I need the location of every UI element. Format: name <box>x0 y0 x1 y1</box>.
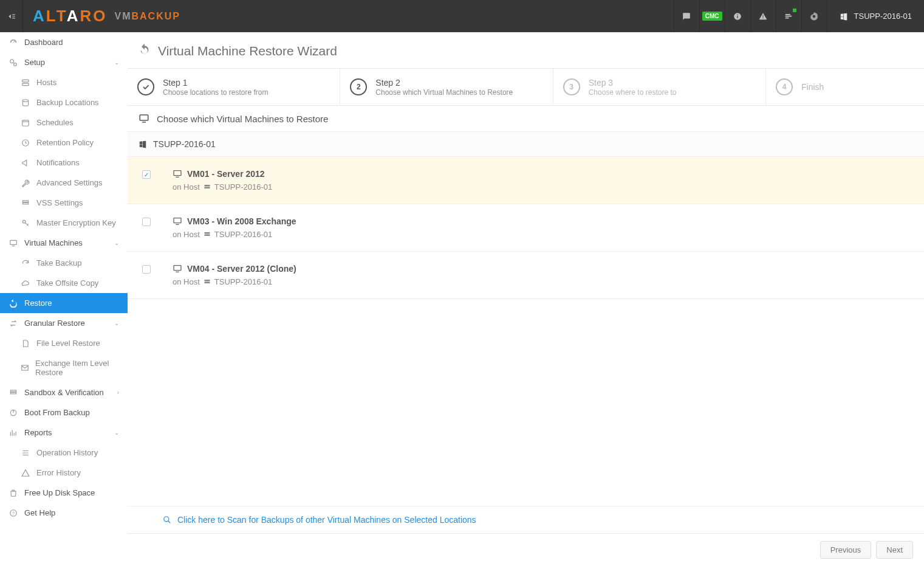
wizard-footer: Previous Next <box>128 533 924 566</box>
svg-rect-29 <box>204 281 210 283</box>
power-icon <box>9 409 18 417</box>
server-icon <box>204 278 211 286</box>
scan-backups-link[interactable]: Click here to Scan for Backups of other … <box>128 506 924 533</box>
svg-rect-21 <box>174 171 181 176</box>
sidebar-item-get-help[interactable]: ? Get Help <box>0 503 128 523</box>
sidebar-item-vss[interactable]: VSS Settings <box>0 193 128 213</box>
mail-icon <box>21 364 29 372</box>
sidebar-item-reports[interactable]: Reports ⌄ <box>0 423 128 443</box>
sidebar-item-notifications[interactable]: Notifications <box>0 153 128 173</box>
warning-icon <box>21 469 30 477</box>
chevron-down-icon: ⌄ <box>114 429 119 436</box>
vm-checkbox[interactable] <box>142 218 151 226</box>
vm-host-text: TSUPP-2016-01 <box>214 277 272 286</box>
sidebar-item-hosts[interactable]: Hosts <box>0 72 128 92</box>
sidebar-item-label: Operation History <box>36 448 98 457</box>
sidebar-item-restore[interactable]: Restore <box>0 293 128 313</box>
brand-backup-text: BACKUP <box>131 11 180 22</box>
sidebar-item-label: Boot From Backup <box>24 408 90 417</box>
sidebar-item-encryption[interactable]: Master Encryption Key <box>0 213 128 233</box>
server-name: TSUPP-2016-01 <box>854 12 912 21</box>
sidebar-item-label: Master Encryption Key <box>36 218 116 227</box>
svg-rect-6 <box>22 83 29 86</box>
header-chat-button[interactable] <box>674 0 699 32</box>
header-cmc-button[interactable]: CMC <box>699 0 725 32</box>
step-title: Step 1 <box>163 77 268 88</box>
sidebar-item-boot-from-backup[interactable]: Boot From Backup <box>0 402 128 423</box>
svg-point-30 <box>164 517 169 522</box>
sidebar-item-retention[interactable]: Retention Policy <box>0 133 128 153</box>
stack-icon <box>21 199 30 207</box>
sidebar-item-label: VSS Settings <box>36 198 83 207</box>
sidebar-toggle[interactable] <box>0 0 23 32</box>
sidebar-item-dashboard[interactable]: Dashboard <box>0 32 128 52</box>
header-settings-button[interactable] <box>801 0 827 32</box>
sidebar: Dashboard Setup ⌄ Hosts Backup Locations… <box>0 32 128 566</box>
next-button[interactable]: Next <box>876 541 913 559</box>
svg-rect-8 <box>22 120 29 125</box>
sidebar-item-take-backup[interactable]: Take Backup <box>0 253 128 273</box>
wrench-icon <box>21 179 30 187</box>
sidebar-item-label: Granular Restore <box>24 319 85 328</box>
svg-rect-25 <box>204 232 210 234</box>
undo-icon <box>9 299 18 308</box>
menu-icon <box>7 12 16 21</box>
sidebar-item-sandbox[interactable]: Sandbox & Verification › <box>0 382 128 402</box>
vm-row[interactable]: VM04 - Server 2012 (Clone) on Host TSUPP… <box>128 252 924 299</box>
sidebar-item-label: Dashboard <box>24 38 63 47</box>
sidebar-item-advanced[interactable]: Advanced Settings <box>0 173 128 193</box>
previous-button[interactable]: Previous <box>820 541 872 559</box>
sidebar-item-error-history[interactable]: Error History <box>0 463 128 483</box>
sidebar-item-exchange-restore[interactable]: Exchange Item Level Restore <box>0 353 128 382</box>
header-alert-button[interactable] <box>750 0 776 32</box>
file-icon <box>21 339 30 348</box>
header-info-button[interactable] <box>725 0 750 32</box>
brand-logo-text: ALTARO <box>33 7 107 26</box>
page-title: Virtual Machine Restore Wizard <box>128 32 924 68</box>
svg-rect-13 <box>10 240 17 244</box>
vm-row[interactable]: VM03 - Win 2008 Exchange on Host TSUPP-2… <box>128 204 924 252</box>
gears-icon <box>810 12 818 21</box>
wizard-step-2[interactable]: 2 Step 2 Choose which Virtual Machines t… <box>340 69 553 105</box>
svg-rect-15 <box>10 390 16 391</box>
sidebar-item-label: Hosts <box>36 78 56 87</box>
sidebar-item-free-up[interactable]: Free Up Disk Space <box>0 483 128 503</box>
sidebar-item-label: Virtual Machines <box>24 238 83 247</box>
sidebar-item-setup[interactable]: Setup ⌄ <box>0 52 128 72</box>
list-icon <box>21 449 30 457</box>
trash-icon <box>9 489 18 497</box>
disk-icon <box>21 98 30 107</box>
wizard-step-4[interactable]: 4 Finish <box>766 69 924 105</box>
step-number: 4 <box>776 78 793 95</box>
sidebar-item-label: Exchange Item Level Restore <box>35 359 119 377</box>
monitor-icon <box>173 264 182 274</box>
top-bar: ALTARO VMBACKUP CMC TSUPP-2016-01 <box>0 0 924 32</box>
step-subtitle: Choose where to restore to <box>589 88 677 97</box>
svg-rect-16 <box>10 392 16 393</box>
shield-icon <box>9 388 18 397</box>
sidebar-item-virtual-machines[interactable]: Virtual Machines ⌄ <box>0 233 128 253</box>
brand-vm-text: VM <box>114 11 131 22</box>
wizard-step-1[interactable]: Step 1 Choose locations to restore from <box>128 69 340 105</box>
svg-point-2 <box>737 14 738 15</box>
step-number: 2 <box>350 78 367 95</box>
svg-point-12 <box>22 220 26 223</box>
header-server-tab[interactable]: TSUPP-2016-01 <box>827 0 924 32</box>
sidebar-item-granular-restore[interactable]: Granular Restore ⌄ <box>0 313 128 333</box>
sidebar-item-take-offsite[interactable]: Take Offsite Copy <box>0 273 128 293</box>
vm-row[interactable]: ✓ VM01 - Server 2012 on Host TSUPP-2016-… <box>128 157 924 204</box>
sidebar-item-label: Notifications <box>36 158 80 167</box>
vm-checkbox[interactable]: ✓ <box>142 170 151 179</box>
wizard-step-3[interactable]: 3 Step 3 Choose where to restore to <box>553 69 766 105</box>
sidebar-item-label: Backup Locations <box>36 98 99 107</box>
header-tasks-button[interactable] <box>776 0 801 32</box>
refresh-icon <box>21 259 30 267</box>
brand: ALTARO VMBACKUP <box>23 7 190 26</box>
sidebar-item-operation-history[interactable]: Operation History <box>0 443 128 463</box>
sidebar-item-file-level-restore[interactable]: File Level Restore <box>0 333 128 353</box>
sidebar-item-backup-locations[interactable]: Backup Locations <box>0 92 128 112</box>
vm-checkbox[interactable] <box>142 265 151 274</box>
svg-text:?: ? <box>12 511 15 515</box>
help-icon: ? <box>9 509 18 517</box>
sidebar-item-schedules[interactable]: Schedules <box>0 112 128 133</box>
